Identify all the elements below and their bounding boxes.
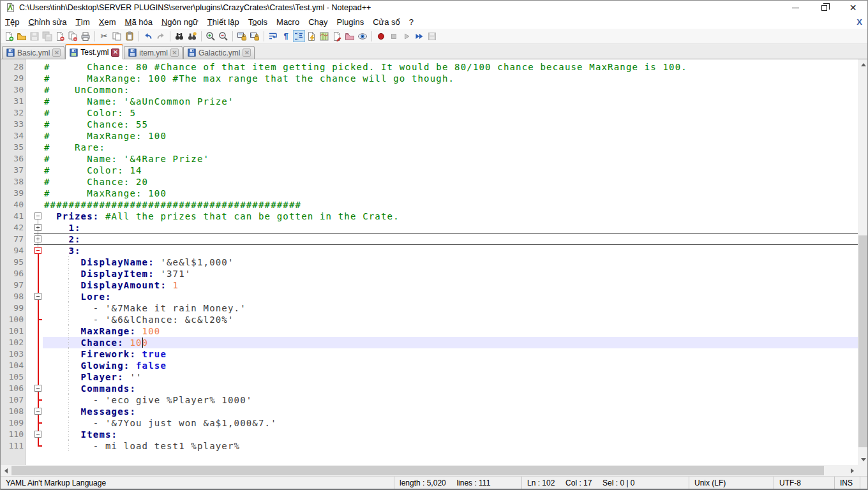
fold-margin[interactable] [34, 245, 43, 256]
code-line[interactable]: 107 - 'eco give %Player% 1000' [1, 394, 858, 406]
code-line[interactable]: 77 2: [1, 234, 858, 245]
code-line[interactable]: 103 Firework: true [1, 348, 858, 360]
close-all-icon[interactable] [67, 30, 79, 42]
copy-icon[interactable] [111, 30, 123, 42]
tab-close-icon[interactable]: ✕ [243, 48, 251, 57]
replace-icon[interactable] [186, 30, 198, 42]
tab-close-icon[interactable]: ✕ [111, 48, 119, 57]
code-line[interactable]: 30# UnCommon: [1, 84, 858, 96]
monitoring-icon[interactable] [357, 30, 369, 42]
macro-run-multiple-icon[interactable] [414, 30, 426, 42]
tab-close-icon[interactable]: ✕ [170, 48, 179, 57]
document-map-icon[interactable] [318, 30, 331, 42]
undo-icon[interactable] [142, 30, 154, 42]
code-line[interactable]: 97 DisplayAmount: 1 [1, 279, 858, 291]
fold-margin[interactable] [34, 222, 43, 234]
code-line[interactable]: 28# Chance: 80 #Chance of that item gett… [1, 61, 858, 73]
menu-item-thi-t-l-p[interactable]: Thiết lập [203, 15, 244, 29]
vertical-scrollbar[interactable] [858, 59, 868, 465]
menu-item-?[interactable]: ? [405, 15, 418, 29]
macro-save-icon[interactable] [426, 30, 438, 42]
scroll-right-arrow[interactable] [847, 465, 858, 476]
zoom-out-icon[interactable] [218, 30, 230, 42]
close-button[interactable]: ✕ [839, 1, 867, 15]
scroll-left-arrow[interactable] [1, 465, 11, 476]
code-line[interactable]: 108 Messages: [1, 406, 858, 417]
scroll-down-arrow[interactable] [858, 454, 868, 465]
tab-basic-yml[interactable]: Basic.yml✕ [2, 46, 64, 59]
code-line[interactable]: 39# MaxRange: 100 [1, 188, 858, 199]
function-list-icon[interactable] [306, 30, 318, 42]
code-line[interactable]: 41 Prizes: #All the prizes that can be g… [1, 211, 858, 222]
horizontal-scrollbar[interactable] [1, 465, 858, 476]
code-line[interactable]: 104 Glowing: false [1, 360, 858, 371]
show-indent-guide-icon[interactable] [293, 30, 305, 42]
menu-item-ch-nh-s-a[interactable]: Chỉnh sửa [24, 15, 71, 29]
fold-margin[interactable] [34, 383, 43, 394]
document-list-icon[interactable] [331, 30, 343, 42]
editor[interactable]: 28# Chance: 80 #Chance of that item gett… [1, 59, 858, 465]
code-line[interactable]: 40######################################… [1, 199, 858, 211]
find-icon[interactable] [174, 30, 186, 42]
tab-close-icon[interactable]: ✕ [52, 48, 61, 57]
fold-margin[interactable] [34, 429, 43, 440]
menu-item-macro[interactable]: Macro [272, 15, 304, 29]
menu-item-ch-y[interactable]: Chạy [304, 15, 332, 29]
code-line[interactable]: 33# Chance: 55 [1, 119, 858, 130]
menu-item-plugins[interactable]: Plugins [333, 15, 369, 29]
menu-item-xem[interactable]: Xem [94, 15, 121, 29]
code-line[interactable]: 95 DisplayName: '&e&l$1,000' [1, 256, 858, 268]
code-line[interactable]: 35# Rare: [1, 142, 858, 153]
code-line[interactable]: 106 Commands: [1, 383, 858, 394]
vertical-scroll-thumb[interactable] [858, 235, 868, 447]
menu-item-t-p[interactable]: Tệp [1, 15, 24, 29]
code-line[interactable]: 109 - '&7You just won &a$1,000&7.' [1, 417, 858, 429]
word-wrap-icon[interactable] [267, 30, 280, 42]
redo-icon[interactable] [155, 30, 167, 42]
code-line[interactable]: 99 - '&7Make it rain Money.' [1, 302, 858, 314]
horizontal-scroll-thumb[interactable] [11, 466, 824, 475]
code-line[interactable]: 102 Chance: 100 [1, 337, 858, 348]
fold-margin[interactable] [34, 291, 43, 302]
minimize-button[interactable] [781, 1, 810, 15]
restore-button[interactable] [810, 1, 839, 15]
code-line[interactable]: 37# Color: 14 [1, 165, 858, 176]
print-icon[interactable] [80, 30, 92, 42]
code-line[interactable]: 96 DisplayItem: '371' [1, 268, 858, 279]
macro-playback-icon[interactable] [401, 30, 413, 42]
cut-icon[interactable]: ✂ [98, 30, 110, 42]
paste-icon[interactable] [124, 30, 136, 42]
close-file-icon[interactable] [54, 30, 66, 42]
fold-margin[interactable] [34, 234, 43, 245]
save-all-icon[interactable] [41, 30, 54, 42]
tab-galactic-yml[interactable]: Galactic.yml✕ [183, 46, 255, 59]
menu-item-c-a-s-[interactable]: Cửa sổ [368, 15, 405, 29]
code-line[interactable]: 32# Color: 5 [1, 107, 858, 119]
macro-stop-recording-icon[interactable] [388, 30, 400, 42]
tab-item-yml[interactable]: item.yml✕ [124, 46, 183, 59]
menu-item-m-h-a[interactable]: Mã hóa [121, 15, 157, 29]
menu-item-ng-n-ng-[interactable]: Ngôn ngữ [157, 15, 203, 29]
fold-margin[interactable] [34, 211, 43, 222]
code-line[interactable]: 110 Items: [1, 429, 858, 440]
code-line[interactable]: 29# MaxRange: 100 #The max range that th… [1, 73, 858, 84]
new-file-icon[interactable] [3, 30, 15, 42]
code-line[interactable]: 101 MaxRange: 100 [1, 325, 858, 337]
code-line[interactable]: 34# MaxRange: 100 [1, 130, 858, 142]
show-all-characters-icon[interactable]: ¶ [280, 30, 292, 42]
scroll-up-arrow[interactable] [858, 59, 868, 70]
code-line[interactable]: 94 3: [1, 245, 858, 256]
folder-as-workspace-icon[interactable] [344, 30, 356, 42]
code-line[interactable]: 42 1: [1, 222, 858, 234]
tab-test-yml[interactable]: Test.yml✕ [65, 44, 123, 59]
code-line[interactable]: 31# Name: '&aUnCommon Prize' [1, 96, 858, 107]
menu-item-tools[interactable]: Tools [244, 15, 272, 29]
code-line[interactable]: 100 - '&6&lChance: &c&l20%' [1, 314, 858, 325]
code-line[interactable]: 38# Chance: 20 [1, 176, 858, 188]
code-line[interactable]: 111 - mi load test1 %player% [1, 440, 858, 452]
close-document-x[interactable]: X [857, 17, 862, 27]
macro-start-recording-icon[interactable] [375, 30, 387, 42]
zoom-in-icon[interactable] [205, 30, 217, 42]
fold-margin[interactable] [34, 406, 43, 417]
code-line[interactable]: 98 Lore: [1, 291, 858, 302]
